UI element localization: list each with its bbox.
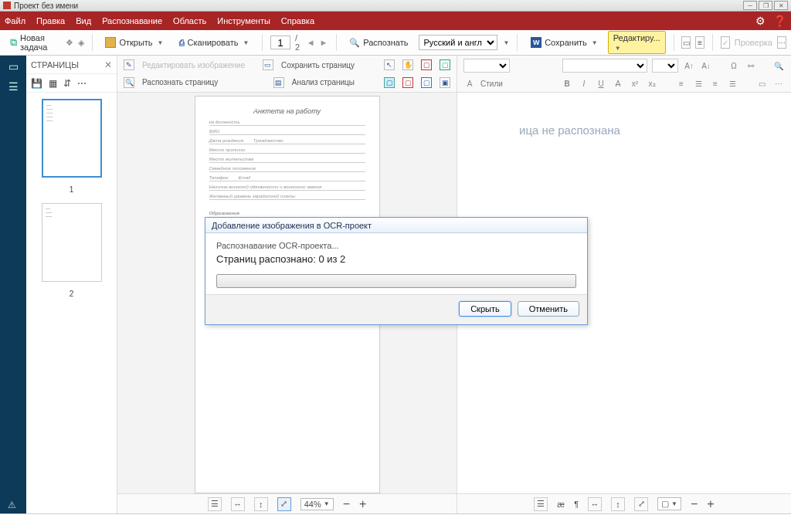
align-justify-icon[interactable]: ☰ [726, 77, 738, 90]
view-list-icon[interactable]: ☰ [208, 497, 222, 511]
paragraph-icon[interactable]: ¶ [574, 500, 579, 509]
settings-icon[interactable]: ⚙ [755, 15, 766, 27]
area-green-icon[interactable]: ▢ [440, 59, 450, 70]
warning-icon[interactable]: ⚠ [8, 500, 16, 510]
language-select[interactable]: Русский и англ [419, 35, 497, 50]
fit-width-icon[interactable]: ↔ [231, 497, 245, 511]
txt-zoom-in-icon[interactable]: + [707, 497, 714, 511]
mode-dropdown[interactable]: Редактиру... ▼ [608, 31, 666, 54]
scan-button[interactable]: ⎙ Сканировать ▼ [174, 35, 255, 50]
layers-icon[interactable]: ❖ [66, 38, 73, 48]
fit-page-icon[interactable]: ⤢ [277, 497, 291, 511]
zoom-in-icon[interactable]: + [359, 497, 366, 511]
save-button[interactable]: W Сохранить ▼ [525, 34, 603, 51]
zoom-select[interactable]: 44%▼ [300, 498, 334, 510]
more-icon[interactable]: ⋯ [777, 36, 786, 49]
menu-file[interactable]: Файл [5, 16, 25, 25]
txt-fit-width-icon[interactable]: ↔ [588, 497, 602, 511]
layout-icon-1[interactable]: ▭ [681, 36, 691, 49]
size-combo[interactable] [652, 59, 678, 73]
image-zoombar: ☰ ↔ ↕ ⤢ 44%▼ − + [117, 493, 457, 513]
style-combo[interactable] [463, 59, 510, 73]
area-blue-icon[interactable]: ▢ [421, 77, 432, 88]
grid-icon[interactable]: ▦ [49, 78, 57, 89]
menu-edit[interactable]: Правка [36, 16, 65, 25]
fit-height-icon[interactable]: ↕ [254, 497, 268, 511]
open-button[interactable]: Открыть ▼ [100, 34, 168, 51]
subscript-icon[interactable]: x₂ [646, 77, 658, 90]
save-icon[interactable]: 💾 [31, 78, 42, 89]
cancel-button[interactable]: Отменить [518, 301, 579, 317]
save-page-icon: ▭ [263, 59, 273, 70]
txt-fit-page-icon[interactable]: ⤢ [634, 497, 648, 511]
recognize-page-label[interactable]: Распознать страницу [142, 78, 218, 86]
save-page-label[interactable]: Сохранить страницу [281, 61, 355, 69]
thumb-label-2: 2 [26, 290, 117, 298]
link-icon[interactable]: ⚯ [745, 59, 757, 72]
list-rail-icon[interactable]: ☰ [5, 80, 21, 93]
menubar: Файл Правка Вид Распознавание Область Ин… [0, 12, 791, 30]
close-button[interactable]: ✕ [774, 1, 788, 10]
menu-view[interactable]: Вид [76, 16, 91, 25]
menu-recognition[interactable]: Распознавание [102, 16, 162, 25]
sort-icon[interactable]: ⇵ [63, 78, 71, 89]
recognize-button[interactable]: 🔍 Распознать [344, 35, 413, 51]
pages-rail-icon[interactable]: ▭ [5, 60, 21, 73]
minimize-button[interactable]: ─ [743, 1, 757, 10]
align-left-icon[interactable]: ≡ [675, 77, 687, 90]
maximize-button[interactable]: ❐ [759, 1, 772, 10]
magnifier-icon: 🔍 [349, 38, 360, 48]
analyze-page-label[interactable]: Анализ страницы [292, 78, 355, 86]
chevron-down-icon[interactable]: ▼ [504, 39, 510, 46]
area-bw-icon[interactable]: ▣ [440, 77, 450, 88]
dialog-subtitle: Распознавание OCR-проекта... [216, 241, 576, 250]
layout-icon-2[interactable]: ≡ [695, 36, 704, 49]
image-icon[interactable]: ▭ [755, 77, 768, 90]
pointer-icon[interactable]: ↖ [384, 59, 395, 70]
pilcrow-icon[interactable]: æ [557, 500, 565, 509]
italic-icon[interactable]: I [578, 77, 590, 90]
page-thumbnail-2[interactable]: ━━━━━━━━━━━ [42, 203, 102, 282]
zoom-out-icon[interactable]: − [343, 497, 350, 511]
txt-fit-height-icon[interactable]: ↕ [611, 497, 625, 511]
search-text-icon[interactable]: 🔍 [772, 59, 785, 72]
omega-icon[interactable]: Ω [728, 59, 740, 72]
doc-title: Анктета на работу [209, 107, 365, 115]
font-combo[interactable] [562, 59, 647, 73]
area-red-icon[interactable]: ▢ [421, 59, 432, 70]
more-icon[interactable]: ⋯ [77, 78, 87, 89]
chevron-down-icon: ▼ [243, 39, 249, 46]
area-teal-icon[interactable]: ▢ [384, 77, 395, 88]
hide-button[interactable]: Скрыть [459, 301, 511, 317]
bold-icon[interactable]: B [561, 77, 573, 90]
area-red2-icon[interactable]: ▢ [402, 77, 413, 88]
txt-view-list-icon[interactable]: ☰ [534, 497, 548, 511]
underline-icon[interactable]: U [595, 77, 607, 90]
hand-icon[interactable]: ✋ [402, 59, 413, 70]
menu-tools[interactable]: Инструменты [217, 16, 270, 25]
increase-font-icon[interactable]: A↑ [683, 59, 695, 72]
prev-page-icon[interactable]: ◄ [307, 38, 315, 47]
more-fmt-icon[interactable]: ⋯ [772, 77, 785, 90]
txt-zoom-select[interactable]: ▢▼ [657, 497, 681, 510]
page-number-input[interactable] [270, 36, 290, 49]
recognize-label: Распознать [363, 38, 408, 47]
layer-icon[interactable]: ◈ [78, 38, 84, 48]
new-task-button[interactable]: ⧉ Новая задача [5, 30, 61, 55]
scan-label: Сканировать [188, 38, 239, 47]
menu-area[interactable]: Область [173, 16, 206, 25]
menu-help[interactable]: Справка [281, 16, 314, 25]
styles-label[interactable]: Стили [480, 80, 503, 88]
help-icon[interactable]: ❓ [773, 15, 786, 27]
next-page-icon[interactable]: ► [320, 38, 328, 47]
plus-icon: ⧉ [10, 36, 17, 49]
align-center-icon[interactable]: ☰ [692, 77, 704, 90]
txt-zoom-out-icon[interactable]: − [691, 497, 698, 511]
strike-icon[interactable]: A [612, 77, 624, 90]
page-thumbnail-1[interactable]: ━━━━━━━━━━━━━━━━━━━ [42, 99, 102, 178]
decrease-font-icon[interactable]: A↓ [700, 59, 712, 72]
align-right-icon[interactable]: ≡ [709, 77, 721, 90]
close-panel-icon[interactable]: ✕ [104, 59, 112, 70]
style-icon[interactable]: A [463, 77, 476, 90]
superscript-icon[interactable]: x² [629, 77, 641, 90]
